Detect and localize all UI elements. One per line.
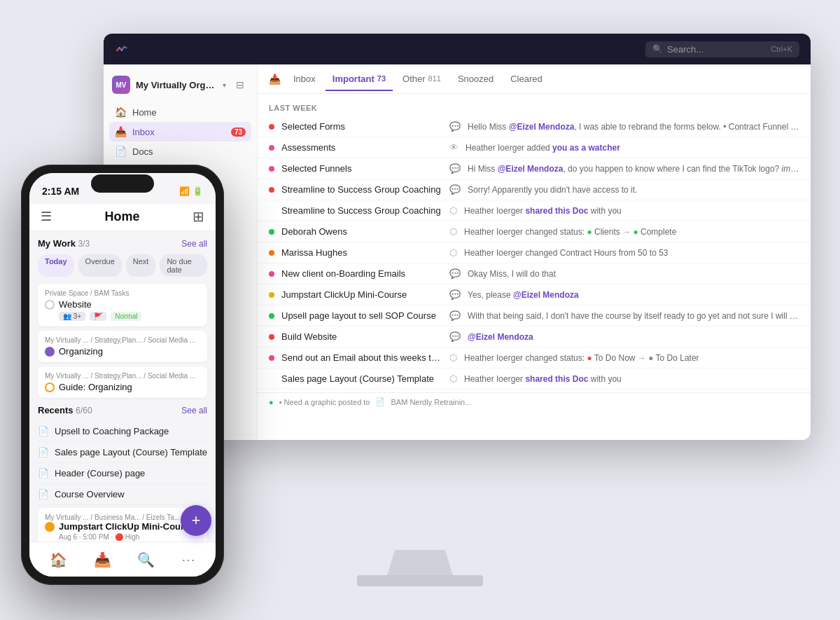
inbox-row[interactable]: Upsell page layout to sell SOP Course 💬 … (258, 305, 811, 326)
recents-see-all[interactable]: See all (181, 406, 207, 415)
recent-item[interactable]: 📄 Sales page Layout (Course) Template (38, 442, 207, 463)
task-item-organizing[interactable]: My Virtually ... / Strategy,Plan... / So… (38, 331, 207, 362)
row-type-icon: ⬡ (449, 205, 457, 216)
inbox-row[interactable]: New client on-Boarding Emails 💬 Okay Mis… (258, 263, 811, 284)
tab-snoozed[interactable]: Snoozed (451, 68, 500, 91)
my-work-count: 3/3 (78, 239, 90, 249)
row-title: Jumpstart ClickUp Mini-Course (281, 289, 442, 300)
my-work-header: My Work 3/3 See all (38, 238, 207, 249)
bottom-nav-search[interactable]: 🔍 (130, 549, 162, 571)
inbox-list: Last Week Selected Forms 💬 Hello Miss @E… (258, 94, 811, 440)
row-title: Upsell page layout to sell SOP Course (281, 310, 442, 321)
sidebar-item-docs[interactable]: 📄 Docs (109, 142, 251, 161)
row-type-icon: 💬 (449, 289, 461, 300)
row-type-icon: ⬡ (449, 373, 457, 384)
task-tabs: Today Overdue Next No due date (38, 254, 207, 277)
docs-icon: 📄 (115, 146, 127, 157)
task-tab-next[interactable]: Next (126, 254, 156, 277)
phone-header-title: Home (104, 209, 139, 224)
row-type-icon: ⬡ (449, 352, 457, 363)
row-title: New client on-Boarding Emails (281, 268, 442, 279)
inbox-row[interactable]: Streamline to Success Group Coaching 💬 S… (258, 179, 811, 200)
tab-important[interactable]: Important 73 (326, 68, 393, 91)
inbox-row[interactable]: Streamline to Success Group Coaching ⬡ H… (258, 200, 811, 221)
inbox-row[interactable]: Selected Forms 💬 Hello Miss @Eizel Mendo… (258, 116, 811, 137)
row-dot (269, 292, 274, 298)
inbox-row[interactable]: Build Website 💬 @Eizel Mendoza (258, 326, 811, 347)
app-logo (115, 42, 129, 56)
row-message: @Eizel Mendoza (468, 332, 799, 342)
recents-list: 📄 Upsell to Coaching Package 📄 Sales pag… (38, 421, 207, 505)
svg-point-1 (118, 47, 120, 49)
row-dot (269, 229, 274, 235)
tab-other[interactable]: Other 811 (396, 68, 448, 91)
bottom-nav-home[interactable]: 🏠 (43, 549, 74, 571)
hamburger-icon[interactable]: ☰ (41, 209, 52, 224)
row-title: Marissa Hughes (281, 247, 442, 258)
row-message: Heather Ioerger changed Contract Hours f… (464, 248, 799, 258)
sidebar-item-home[interactable]: 🏠 Home (109, 102, 251, 122)
svg-point-0 (116, 49, 118, 51)
tab-inbox-label: Inbox (293, 74, 316, 84)
grid-icon[interactable]: ⊞ (192, 208, 204, 225)
inbox-row[interactable]: Send out an Email about this weeks topic… (258, 347, 811, 368)
monitor-stand (378, 550, 462, 578)
recent-title: Header (Course) page (55, 468, 145, 478)
row-dot (269, 334, 274, 340)
task-tab-overdue[interactable]: Overdue (78, 254, 122, 277)
task-circle (45, 300, 55, 310)
bottom-nav-inbox[interactable]: 📥 (87, 549, 118, 571)
workspace-selector[interactable]: MV My Virtually Organ... ▾ ⊟ (104, 70, 257, 99)
tab-other-label: Other (402, 74, 426, 84)
tab-important-count: 73 (377, 74, 386, 83)
task-title: Guide: Organizing (45, 382, 200, 392)
doc-icon: 📄 (38, 468, 49, 478)
recent-item[interactable]: 📄 Course Overview (38, 484, 207, 505)
task-item-guide-organizing[interactable]: My Virtually ... / Strategy,Plan... / So… (38, 366, 207, 398)
wifi-icon: 📶 (179, 186, 190, 196)
row-title: Selected Funnels (281, 163, 442, 174)
row-dot (269, 166, 274, 172)
tab-snoozed-label: Snoozed (458, 74, 493, 84)
task-item-website[interactable]: Private Space / BAM Tasks Website 👥 3+ 🚩… (38, 284, 207, 326)
task-meta: 👥 3+ 🚩 Normal (59, 312, 200, 321)
bottom-nav-more[interactable]: ⋯ (174, 549, 202, 571)
inbox-row[interactable]: Assessments 👁 Heather Ioerger added you … (258, 137, 811, 158)
bottom-bar-text2: BAM Nerdly Retrainin... (391, 398, 471, 406)
recent-item[interactable]: 📄 Upsell to Coaching Package (38, 421, 207, 442)
sidebar-label-docs: Docs (132, 146, 153, 157)
inbox-row[interactable]: Jumpstart ClickUp Mini-Course 💬 Yes, ple… (258, 284, 811, 305)
sidebar-label-inbox: Inbox (132, 127, 155, 137)
search-bar[interactable]: 🔍 Search... Ctrl+K (645, 41, 799, 57)
row-dot (269, 355, 274, 361)
inbox-row[interactable]: Sales page Layout (Course) Template ⬡ He… (258, 368, 811, 390)
phone-wrapper: 2:15 AM 📶 🔋 ☰ Home ⊞ My Work 3/3 (21, 165, 238, 599)
inbox-badge: 73 (231, 128, 246, 137)
chevron-down-icon: ▾ (223, 81, 226, 89)
inbox-tab-icon: 📥 (269, 74, 281, 85)
inbox-row[interactable]: Deborah Owens ⬡ Heather Ioerger changed … (258, 221, 811, 242)
bottom-bar-icon: 📄 (375, 397, 385, 406)
recents-count: 6/60 (76, 406, 92, 415)
recent-item[interactable]: 📄 Header (Course) page (38, 463, 207, 484)
tab-inbox[interactable]: Inbox (286, 68, 323, 91)
row-message: Heather Ioerger shared this Doc with you (464, 374, 799, 384)
collapse-icon[interactable]: ⊟ (232, 78, 248, 92)
task-tab-no-due[interactable]: No due date (160, 254, 207, 277)
task-priority-label: Normal (111, 312, 141, 321)
bottom-task-title: Jumpstart ClickUp Mini-Course (45, 521, 200, 532)
task-status-circle (45, 522, 55, 532)
inbox-row[interactable]: Selected Funnels 💬 Hi Miss @Eizel Mendoz… (258, 158, 811, 179)
task-tab-today[interactable]: Today (38, 254, 74, 277)
row-type-icon: 💬 (449, 121, 461, 132)
fab-button[interactable]: + (181, 505, 211, 536)
my-work-see-all[interactable]: See all (181, 239, 207, 249)
row-title: Streamline to Success Group Coaching (281, 184, 442, 195)
desktop-topbar: 🔍 Search... Ctrl+K (104, 34, 811, 64)
row-dot (269, 145, 274, 151)
row-message: Heather Ioerger added you as a watcher (465, 143, 799, 153)
inbox-row[interactable]: Marissa Hughes ⬡ Heather Ioerger changed… (258, 242, 811, 263)
phone-app-header: ☰ Home ⊞ (29, 204, 216, 231)
sidebar-item-inbox[interactable]: 📥 Inbox 73 (109, 122, 251, 142)
tab-cleared[interactable]: Cleared (503, 68, 550, 91)
